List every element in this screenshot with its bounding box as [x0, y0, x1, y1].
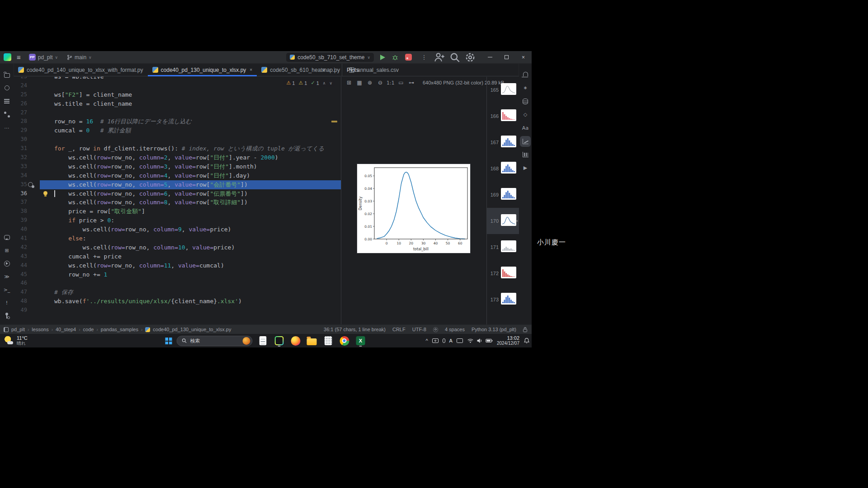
plot-thumbnail-167[interactable]: 167 [487, 129, 519, 155]
code-editor[interactable]: 23ws = wb.active2425ws["F2"] = client_na… [14, 77, 341, 324]
more-actions-button[interactable]: ⋮ [418, 52, 430, 63]
quick-settings[interactable] [467, 338, 493, 343]
more-icon[interactable]: ⋯ [1, 122, 12, 133]
code-line-29[interactable]: 29cumcal = 0 # 累計金額 [14, 126, 341, 135]
settings-gear-icon[interactable] [464, 52, 476, 63]
microphone-icon[interactable] [443, 338, 445, 343]
prev-problem-button[interactable]: ∧ [323, 81, 326, 85]
structure-icon[interactable] [1, 96, 12, 107]
scrollbar-warning-stripe[interactable] [331, 121, 337, 122]
taskbar-app-pycharm[interactable] [274, 335, 285, 347]
commit-icon[interactable] [1, 83, 12, 94]
ai-chat-icon[interactable] [1, 232, 12, 243]
editor-tab[interactable]: code40_pd_140_unique_to_xlsx_with_format… [14, 64, 148, 76]
code-with-me-icon[interactable] [434, 52, 445, 63]
code-line-47[interactable]: 47# 保存 [14, 288, 341, 297]
taskbar-search[interactable]: 検索 [177, 336, 253, 346]
ok-badge[interactable]: ✓ 1 [311, 80, 319, 86]
git-icon[interactable] [1, 310, 12, 321]
plot-image[interactable]: 01020304050600.000.010.020.030.040.05tot… [357, 164, 470, 253]
breadcrumb-item[interactable]: code40_pd_130_unique_to_xlsx.py [153, 327, 231, 332]
weak-warnings-badge[interactable]: ⚠ 1 [298, 80, 307, 86]
move-icon[interactable]: ⊞ [344, 78, 354, 87]
zoom-out-icon[interactable]: ⊖ [376, 78, 385, 87]
terminal-icon[interactable]: >_ [1, 284, 12, 295]
ai-assistant-icon[interactable]: ∗ [520, 83, 531, 94]
code-line-34[interactable]: 34 ws.cell(row=row_no, column=4, value=r… [14, 171, 341, 180]
plot-thumbnail-165[interactable]: 165 [487, 77, 519, 103]
display-cast-icon[interactable] [457, 338, 463, 343]
zoom-actual-icon[interactable]: 1:1 [386, 78, 395, 87]
code-line-44[interactable]: 44 ws.cell(row=row_no, column=11, value=… [14, 261, 341, 270]
code-line-40[interactable]: 40 ws.cell(row=row_no, column=9, value=p… [14, 225, 341, 234]
documentation-icon[interactable]: Aa [520, 122, 531, 133]
run-button[interactable] [380, 55, 385, 60]
breadcrumb-item[interactable]: pd_plt [11, 327, 25, 332]
problems-icon[interactable]: ! [1, 297, 12, 308]
search-highlight-image[interactable] [243, 337, 250, 345]
taskbar-clock[interactable]: 13:02 2024/12/07 [497, 335, 519, 346]
tab-close-icon[interactable]: × [250, 67, 252, 72]
encoding-widget[interactable]: UTF-8 [412, 327, 426, 332]
code-line-27[interactable]: 27 [14, 108, 341, 117]
plots-icon[interactable] [520, 136, 531, 147]
taskbar-app-firefox[interactable] [290, 335, 302, 347]
taskbar-app-explorer[interactable] [306, 335, 318, 347]
stop-button[interactable] [405, 54, 412, 61]
taskbar-app-excel[interactable] [355, 335, 367, 347]
maximize-button[interactable] [498, 51, 515, 63]
code-line-45[interactable]: 45 row_no += 1 [14, 270, 341, 279]
code-line-43[interactable]: 43 cumcal += price [14, 252, 341, 261]
code-line-26[interactable]: 26ws.title = client_name [14, 99, 341, 108]
packages-icon[interactable]: ⊞ [1, 245, 12, 256]
plot-thumbnail-171[interactable]: 171 [487, 234, 519, 260]
code-line-36[interactable]: 36 ws.cell(row=row_no, column=6, value=r… [14, 189, 341, 198]
tray-overflow-chevron-icon[interactable]: ^ [425, 338, 428, 343]
tab-options-kebab-icon[interactable]: ⋮ [332, 67, 337, 73]
intention-bulb-icon[interactable] [43, 191, 47, 195]
fit-icon[interactable]: ▭ [396, 78, 406, 87]
weather-widget[interactable]: 11°C 晴れ [4, 335, 28, 346]
inspections-widget[interactable]: ⚠ 1 ⚠ 1 ✓ 1 ∧ ∨ [283, 79, 335, 87]
project-widget[interactable]: PP pd_plt ∨ [26, 53, 61, 61]
plot-thumbnail-166[interactable]: 166 [487, 103, 519, 129]
plot-thumbnail-172[interactable]: 172 [487, 260, 519, 286]
notifications-bell-icon[interactable] [524, 338, 530, 344]
code-line-35[interactable]: 35 ws.cell(row=row_no, column=5, value=r… [14, 180, 341, 189]
code-line-31[interactable]: 31for _, row in df_client.iterrows(): # … [14, 144, 341, 153]
editor-tab[interactable]: code40_pd_130_unique_to_xlsx.py× [148, 64, 257, 76]
code-line-41[interactable]: 41 else: [14, 234, 341, 243]
code-line-25[interactable]: 25ws["F2"] = client_name [14, 90, 341, 99]
plot-thumbnail-169[interactable]: 169 [487, 182, 519, 208]
main-menu-button[interactable]: ≡ [15, 53, 23, 61]
taskbar-app-chrome[interactable] [339, 335, 350, 347]
code-line-30[interactable]: 30 [14, 135, 341, 144]
minimize-button[interactable] [481, 51, 498, 63]
code-line-28[interactable]: 28row_no = 16 # 16行目以降にデータを流し込む [14, 117, 341, 126]
search-everywhere-icon[interactable] [449, 52, 461, 63]
pull-requests-icon[interactable] [1, 109, 12, 120]
zoom-in-icon[interactable]: ⊕ [365, 78, 374, 87]
endpoints-icon[interactable]: ◇ [520, 109, 531, 120]
sciview-icon[interactable] [520, 149, 531, 160]
database-icon[interactable] [520, 96, 531, 107]
notifications-icon[interactable] [520, 69, 531, 80]
plot-thumbnail-173[interactable]: 173 [487, 286, 519, 313]
start-button[interactable] [165, 338, 172, 344]
code-line-39[interactable]: 39 if price > 0: [14, 216, 341, 225]
services-icon[interactable] [1, 258, 12, 269]
code-line-37[interactable]: 37 ws.cell(row=row_no, column=8, value=r… [14, 198, 341, 207]
line-ending-widget[interactable]: CRLF [392, 327, 406, 332]
breadcrumb-item[interactable]: code [83, 327, 94, 332]
code-line-48[interactable]: 48wb.save(f'../results/unique/xlsx/{clie… [14, 297, 341, 306]
python-console-icon[interactable]: ≫ [1, 271, 12, 282]
project-icon[interactable] [1, 69, 12, 80]
run-configuration-widget[interactable]: code50_sb_710_set_theme ∨ [286, 53, 374, 62]
code-line-42[interactable]: 42 ws.cell(row=row_no, column=10, value=… [14, 243, 341, 252]
next-problem-button[interactable]: ∨ [329, 81, 332, 85]
code-line-46[interactable]: 46 [14, 279, 341, 288]
breadcrumb-item[interactable]: 40_step4 [56, 327, 76, 332]
taskbar-app-calculator[interactable] [322, 335, 334, 347]
tab-overflow-chevron-icon[interactable]: ∨ [322, 67, 326, 73]
plot-thumbnail-168[interactable]: 168 [487, 155, 519, 182]
